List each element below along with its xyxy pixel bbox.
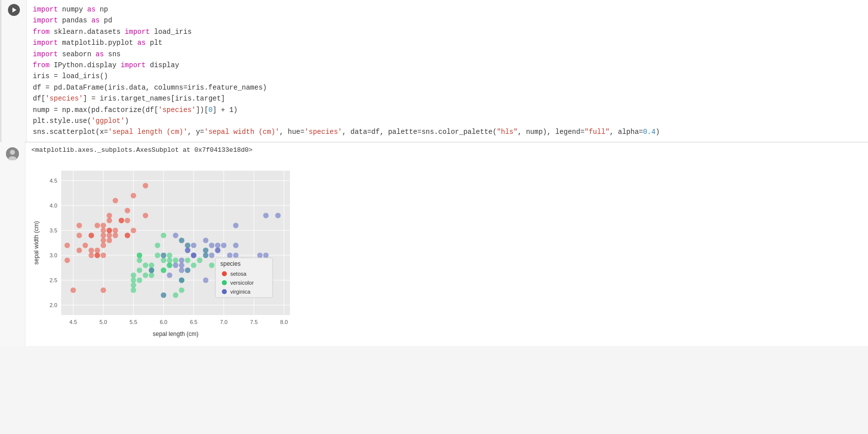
svg-point-46 [106,217,112,223]
svg-point-53 [125,208,130,213]
svg-point-83 [149,262,154,268]
svg-point-120 [179,237,185,243]
svg-point-84 [155,252,160,258]
svg-point-113 [209,262,214,268]
svg-point-79 [143,272,148,278]
svg-point-126 [203,247,208,253]
svg-point-56 [77,232,82,238]
scatter-plot: 4.55.05.56.06.57.07.58.02.02.53.03.54.04… [31,161,300,340]
svg-point-88 [161,257,166,263]
svg-point-124 [203,277,208,283]
svg-point-34 [77,247,82,253]
svg-point-1 [10,150,15,155]
svg-point-47 [106,213,112,218]
svg-point-66 [65,257,70,263]
svg-text:setosa: setosa [230,271,247,277]
svg-text:species: species [220,260,241,267]
output-text: <matplotlib.axes._subplots.AxesSubplot a… [31,146,862,154]
code-block: import numpy as npimport pandas as pdfro… [33,4,862,138]
svg-point-125 [203,252,208,258]
svg-point-109 [137,257,142,263]
svg-point-101 [191,262,196,268]
svg-point-40 [100,252,106,258]
svg-point-75 [131,287,136,293]
svg-point-163 [222,289,227,294]
svg-point-62 [143,213,148,218]
run-button[interactable] [8,4,20,16]
svg-point-41 [100,242,106,248]
code-cell: import numpy as npimport pandas as pdfro… [0,0,868,142]
svg-text:5.0: 5.0 [99,319,107,325]
avatar [6,147,19,160]
svg-point-48 [112,232,118,238]
svg-text:2.0: 2.0 [50,302,57,308]
svg-text:2.5: 2.5 [50,277,57,283]
svg-point-156 [233,222,239,228]
svg-point-95 [173,257,179,263]
svg-point-108 [131,272,136,278]
svg-point-153 [209,242,214,248]
svg-point-67 [100,237,106,243]
output-content: <matplotlib.axes._subplots.AxesSubplot a… [25,142,868,346]
svg-point-99 [185,257,191,263]
svg-point-59 [106,232,112,238]
svg-point-36 [89,252,94,258]
svg-text:6.5: 6.5 [190,319,197,325]
svg-text:sepal width (cm): sepal width (cm) [33,221,40,264]
svg-point-130 [227,252,232,258]
user-icon [6,147,19,160]
cell-gutter [1,0,26,142]
svg-point-90 [161,232,166,238]
svg-point-80 [143,262,148,268]
svg-point-131 [233,252,239,258]
svg-point-49 [112,227,118,233]
chart-container: 4.55.05.56.06.57.07.58.02.02.53.03.54.04… [31,161,300,342]
svg-point-68 [106,227,112,233]
svg-point-116 [161,252,166,258]
svg-point-96 [179,287,185,293]
svg-point-39 [95,247,100,253]
svg-point-138 [263,252,269,258]
svg-point-85 [155,242,160,248]
output-gutter [0,142,25,346]
svg-point-72 [119,217,124,223]
svg-point-142 [185,242,191,248]
svg-point-139 [263,213,269,218]
svg-point-61 [112,198,118,203]
svg-point-81 [149,272,154,278]
svg-point-149 [161,292,166,298]
svg-point-154 [179,257,185,263]
svg-point-117 [167,272,172,278]
svg-point-155 [191,252,196,258]
svg-point-57 [89,247,94,253]
svg-point-111 [167,262,172,268]
svg-point-78 [137,267,142,273]
output-cell: <matplotlib.axes._subplots.AxesSubplot a… [0,142,868,346]
svg-text:3.0: 3.0 [50,252,57,258]
svg-point-121 [185,267,191,273]
svg-point-144 [215,242,220,248]
svg-point-44 [106,237,112,243]
svg-point-70 [77,222,82,228]
svg-point-118 [173,262,179,268]
svg-point-147 [173,232,179,238]
svg-point-69 [143,183,148,188]
svg-point-65 [95,252,100,258]
svg-text:virginica: virginica [230,289,251,295]
svg-point-52 [125,217,130,223]
svg-point-74 [100,287,106,293]
svg-point-71 [89,232,94,238]
svg-text:4.0: 4.0 [50,203,57,209]
svg-point-152 [185,247,191,253]
svg-point-92 [167,257,172,263]
svg-text:8.0: 8.0 [280,319,288,325]
svg-point-141 [191,242,196,248]
svg-point-127 [209,252,214,258]
svg-point-135 [257,252,263,258]
svg-point-151 [179,277,185,283]
svg-point-58 [100,222,106,228]
svg-point-63 [71,287,76,293]
svg-point-94 [173,292,179,298]
svg-point-60 [95,222,100,228]
svg-point-43 [100,227,106,233]
